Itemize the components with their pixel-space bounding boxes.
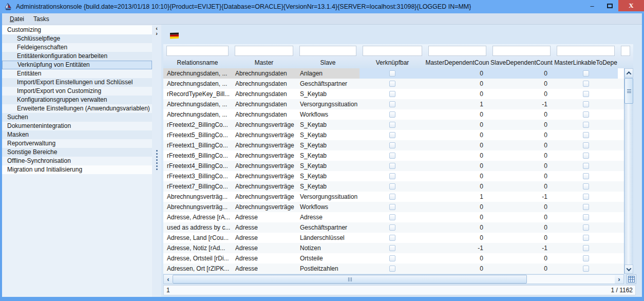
master-linkable-checkbox[interactable] [583, 163, 589, 169]
filter-input-8[interactable] [621, 46, 630, 56]
master-linkable-checkbox[interactable] [583, 111, 589, 118]
vertical-scrollbar[interactable] [624, 68, 633, 274]
horizontal-scrollbar-thumb[interactable] [173, 275, 527, 284]
table-row[interactable]: rFreetext2_BillingCo... Abrechnungsvertr… [163, 120, 624, 130]
maximize-button[interactable] [601, 0, 618, 11]
scroll-up-button[interactable] [624, 68, 633, 78]
sidebar-item[interactable]: Entitätenkonfiguration bearbeiten [2, 52, 152, 61]
sidebar-item[interactable]: Customizing [2, 26, 152, 34]
verknuepfbar-checkbox[interactable] [389, 204, 395, 210]
table-row[interactable]: Adresse, Ortsteil [rDi... Adresse Ortste… [163, 253, 624, 264]
master-linkable-checkbox[interactable] [583, 153, 589, 159]
sidebar-item[interactable]: Offline-Synchronisation [2, 157, 152, 165]
sidebar-item[interactable]: Masken [2, 130, 152, 139]
verknuepfbar-checkbox[interactable] [389, 194, 395, 200]
sidebar-item[interactable]: Entitäten [2, 69, 152, 78]
master-linkable-checkbox[interactable] [583, 245, 589, 251]
table-row[interactable]: Adresse, Land [rCou... Adresse Ländersch… [163, 233, 624, 243]
verknuepfbar-checkbox[interactable] [389, 183, 395, 190]
column-header[interactable]: Verknüpfbar [359, 58, 425, 68]
sidebar-item[interactable]: Konfigurationsgruppen verwalten [2, 96, 152, 104]
master-linkable-checkbox[interactable] [583, 142, 589, 148]
filter-input-2[interactable] [235, 46, 293, 56]
menu-item[interactable]: Datei [5, 14, 29, 24]
column-header[interactable]: Master [232, 58, 296, 68]
table-row[interactable]: rRecordTypeKey_Bill... Abrechnungsdaten … [163, 89, 624, 99]
verknuepfbar-checkbox[interactable] [389, 70, 395, 77]
master-linkable-checkbox[interactable] [583, 81, 589, 87]
sidebar-item[interactable]: Sonstige Bereiche [2, 148, 152, 157]
menu-item[interactable]: Tasks [29, 14, 54, 24]
master-linkable-checkbox[interactable] [583, 224, 589, 231]
table-row[interactable]: Adresse, Adresse [rA... Adresse Adresse … [163, 212, 624, 222]
master-linkable-checkbox[interactable] [583, 101, 589, 107]
verknuepfbar-checkbox[interactable] [389, 122, 395, 128]
master-linkable-checkbox[interactable] [583, 132, 589, 138]
vertical-scrollbar-track[interactable] [624, 104, 633, 265]
scroll-left-button[interactable]: ‹ [164, 275, 173, 284]
verknuepfbar-checkbox[interactable] [389, 214, 395, 220]
table-row[interactable]: rFreetext7_BillingCo... Abrechnungsvertr… [163, 181, 624, 192]
table-row[interactable]: Abrechnungsverträg... Abrechnungsverträg… [163, 192, 624, 202]
sidebar-item[interactable]: Migration und Initialisierung [2, 165, 152, 174]
sidebar-collapse-buttons[interactable]: ‹ › [152, 26, 161, 36]
sidebar-item[interactable]: Verknüpfung von Entitäten [2, 61, 152, 69]
filter-input-3[interactable] [299, 46, 356, 56]
verknuepfbar-checkbox[interactable] [389, 81, 395, 87]
german-flag-icon[interactable] [170, 32, 179, 41]
verknuepfbar-checkbox[interactable] [389, 245, 395, 251]
table-row[interactable]: rFreetext1_BillingCo... Abrechnungsvertr… [163, 140, 624, 150]
verknuepfbar-checkbox[interactable] [389, 266, 395, 272]
table-settings-button[interactable] [627, 274, 636, 284]
verknuepfbar-checkbox[interactable] [389, 142, 395, 148]
verknuepfbar-checkbox[interactable] [389, 255, 395, 261]
verknuepfbar-checkbox[interactable] [389, 163, 395, 169]
verknuepfbar-checkbox[interactable] [389, 224, 395, 231]
sidebar-item[interactable]: Import/Export von Customizing [2, 87, 152, 96]
table-row[interactable]: Abrechnungsdaten, ... Abrechnungsdaten V… [163, 99, 624, 109]
master-linkable-checkbox[interactable] [583, 70, 589, 77]
table-row[interactable]: used as address by c... Adresse Geschäft… [163, 222, 624, 233]
table-row[interactable]: Abrechnungsdaten, ... Abrechnungsdaten A… [163, 68, 624, 79]
verknuepfbar-checkbox[interactable] [389, 173, 395, 179]
table-row[interactable]: Adresse, Notiz [rAd... Adresse Notizen -… [163, 243, 624, 253]
master-linkable-checkbox[interactable] [583, 214, 589, 220]
column-header[interactable]: MasterDependentCoun [425, 58, 489, 68]
table-row[interactable]: Abrechnungsdaten, ... Abrechnungsdaten G… [163, 79, 624, 89]
filter-input-7[interactable] [557, 46, 615, 56]
master-linkable-checkbox[interactable] [583, 204, 589, 210]
table-row[interactable]: Abrechnungsverträg... Abrechnungsverträg… [163, 202, 624, 212]
vertical-scrollbar-thumb[interactable] [624, 78, 633, 104]
table-row[interactable]: Abrechnungsdaten, ... Abrechnungsdaten W… [163, 109, 624, 120]
master-linkable-checkbox[interactable] [583, 255, 589, 261]
column-header[interactable]: SlaveDependentCount [489, 58, 554, 68]
sidebar-item[interactable]: Dokumentenintegration [2, 122, 152, 130]
column-header[interactable]: MasterLinkableToDepe [554, 58, 618, 68]
master-linkable-checkbox[interactable] [583, 266, 589, 272]
collapse-right-icon[interactable]: › [152, 31, 161, 36]
scroll-down-button[interactable] [624, 265, 633, 274]
sidebar-item[interactable]: Erweiterte Einstellungen (Anwendungsvari… [2, 104, 152, 113]
table-row[interactable]: rFreetext3_BillingCo... Abrechnungsvertr… [163, 171, 624, 181]
sidebar-item[interactable]: Suchen [2, 113, 152, 122]
verknuepfbar-checkbox[interactable] [389, 111, 395, 118]
column-header[interactable]: Slave [296, 58, 359, 68]
titlebar[interactable]: Administrationskonsole {build.date=2013/… [0, 0, 644, 13]
close-button[interactable]: X [618, 0, 644, 11]
master-linkable-checkbox[interactable] [583, 194, 589, 200]
filter-input-4[interactable] [363, 46, 422, 56]
table-row[interactable]: rFreetext4_BillingCo... Abrechnungsvertr… [163, 161, 624, 171]
filter-input-5[interactable] [428, 46, 486, 56]
verknuepfbar-checkbox[interactable] [389, 153, 395, 159]
table-row[interactable]: rFreetext5_BillingCo... Abrechnungsvertr… [163, 130, 624, 140]
table-row[interactable]: Adressen, Ort [rZIPK... Adresse Postleit… [163, 264, 624, 274]
verknuepfbar-checkbox[interactable] [389, 132, 395, 138]
master-linkable-checkbox[interactable] [583, 91, 589, 97]
horizontal-scrollbar-track[interactable] [527, 275, 615, 284]
master-linkable-checkbox[interactable] [583, 122, 589, 128]
sidebar-splitter[interactable]: ‹ › [152, 25, 161, 297]
horizontal-scrollbar[interactable]: ‹ › [163, 274, 624, 284]
sidebar-item[interactable]: Feldeigenschaften [2, 43, 152, 52]
master-linkable-checkbox[interactable] [583, 173, 589, 179]
column-header[interactable] [618, 58, 633, 68]
